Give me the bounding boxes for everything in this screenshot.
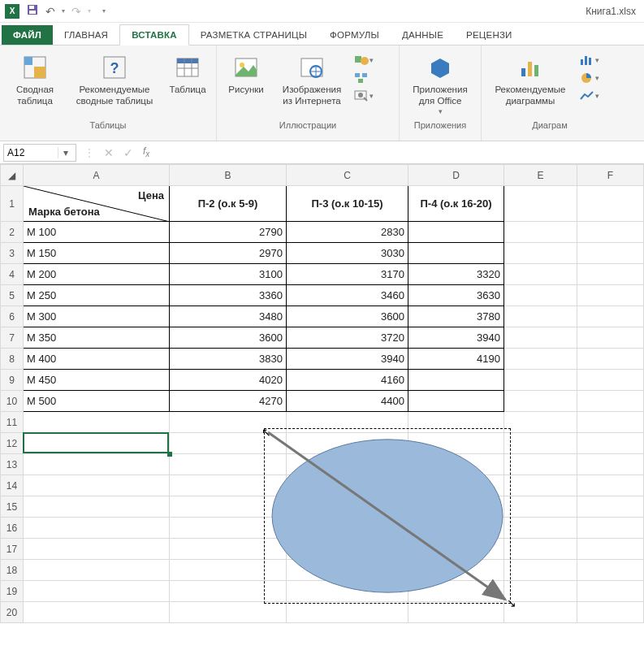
- worksheet-grid[interactable]: ◢ A B C D E F 1 Цена Марка бетона П-2 (о…: [0, 164, 644, 623]
- cell-D1[interactable]: П-4 (о.к 16-20): [408, 186, 504, 222]
- cell[interactable]: 3830: [170, 349, 287, 370]
- cell[interactable]: [504, 454, 577, 475]
- cell[interactable]: [24, 454, 170, 475]
- row-header[interactable]: 5: [1, 285, 24, 306]
- insert-function-icon[interactable]: fx: [138, 145, 154, 158]
- cell[interactable]: [504, 327, 577, 349]
- row-header[interactable]: 20: [1, 602, 24, 623]
- cell[interactable]: [504, 475, 577, 496]
- cell[interactable]: 3170: [287, 264, 408, 285]
- pivot-table-button[interactable]: Своднаятаблица: [5, 50, 65, 107]
- name-box[interactable]: ▾: [3, 144, 76, 162]
- row-header[interactable]: 8: [1, 349, 24, 370]
- cell[interactable]: [504, 433, 577, 454]
- cell-E1[interactable]: [504, 186, 577, 222]
- row-header[interactable]: 14: [1, 475, 24, 496]
- smartart-button[interactable]: [353, 72, 394, 84]
- row-header[interactable]: 15: [1, 496, 24, 518]
- cell[interactable]: 3720: [287, 327, 408, 349]
- cell[interactable]: [24, 539, 170, 560]
- cell[interactable]: [408, 370, 504, 391]
- cell[interactable]: [408, 222, 504, 243]
- cell[interactable]: 4400: [287, 391, 408, 412]
- cell[interactable]: 3360: [170, 285, 287, 306]
- cell-A1[interactable]: Цена Марка бетона: [24, 186, 170, 222]
- tab-home[interactable]: ГЛАВНАЯ: [53, 25, 119, 45]
- cell[interactable]: 3630: [408, 285, 504, 306]
- cell-F1[interactable]: [577, 186, 644, 222]
- cell[interactable]: 3480: [170, 306, 287, 327]
- cell[interactable]: [577, 560, 644, 581]
- tab-insert[interactable]: ВСТАВКА: [119, 24, 189, 46]
- row-header[interactable]: 9: [1, 370, 24, 391]
- cell[interactable]: [577, 602, 644, 623]
- cell[interactable]: [577, 391, 644, 412]
- cell[interactable]: [577, 412, 644, 433]
- row-header[interactable]: 16: [1, 518, 24, 539]
- cell[interactable]: [504, 349, 577, 370]
- cell[interactable]: 3030: [287, 243, 408, 264]
- cell[interactable]: М 250: [24, 285, 170, 306]
- row-header[interactable]: 10: [1, 391, 24, 412]
- tab-pagelayout[interactable]: РАЗМЕТКА СТРАНИЦЫ: [189, 25, 318, 45]
- cell[interactable]: [504, 306, 577, 327]
- row-header[interactable]: 19: [1, 581, 24, 602]
- enter-formula-icon[interactable]: ✓: [119, 146, 138, 159]
- row-header[interactable]: 12: [1, 433, 24, 454]
- cell[interactable]: 3460: [287, 285, 408, 306]
- tab-data[interactable]: ДАННЫЕ: [391, 25, 455, 45]
- cell[interactable]: [24, 518, 170, 539]
- cell[interactable]: [504, 243, 577, 264]
- cell[interactable]: [577, 433, 644, 454]
- cell[interactable]: [504, 518, 577, 539]
- cell[interactable]: [577, 370, 644, 391]
- cell[interactable]: [24, 412, 170, 433]
- screenshot-button[interactable]: ▾: [353, 89, 394, 102]
- cell[interactable]: 2790: [170, 222, 287, 243]
- cell[interactable]: 2970: [170, 243, 287, 264]
- cell-C1[interactable]: П-3 (о.к 10-15): [287, 186, 408, 222]
- tab-formulas[interactable]: ФОРМУЛЫ: [318, 25, 391, 45]
- cell[interactable]: [24, 602, 170, 623]
- cell[interactable]: [577, 518, 644, 539]
- row-header[interactable]: 6: [1, 306, 24, 327]
- cell[interactable]: [504, 222, 577, 243]
- cell[interactable]: [504, 391, 577, 412]
- shapes-button[interactable]: ▾: [353, 54, 394, 67]
- cell[interactable]: [577, 285, 644, 306]
- cell[interactable]: [577, 475, 644, 496]
- undo-icon[interactable]: ↶: [45, 5, 55, 18]
- cell[interactable]: [408, 243, 504, 264]
- cell[interactable]: 2830: [287, 222, 408, 243]
- tab-file[interactable]: ФАЙЛ: [2, 25, 53, 45]
- select-all-corner[interactable]: ◢: [1, 165, 24, 186]
- tab-review[interactable]: РЕЦЕНЗИ: [455, 25, 523, 45]
- cell[interactable]: [504, 560, 577, 581]
- formula-input[interactable]: [154, 147, 644, 158]
- col-header-E[interactable]: E: [504, 165, 577, 186]
- pie-chart-icon[interactable]: ▾: [579, 72, 613, 84]
- cell[interactable]: 3940: [287, 349, 408, 370]
- cell[interactable]: 4270: [170, 391, 287, 412]
- col-header-C[interactable]: C: [287, 165, 408, 186]
- row-header[interactable]: 2: [1, 222, 24, 243]
- cell[interactable]: [577, 496, 644, 518]
- bar-chart-icon[interactable]: ▾: [579, 54, 613, 67]
- redo-dropdown-icon[interactable]: ▾: [88, 7, 91, 15]
- cell[interactable]: [577, 243, 644, 264]
- name-box-dropdown-icon[interactable]: ▾: [58, 147, 72, 158]
- row-header[interactable]: 13: [1, 454, 24, 475]
- recommended-charts-button[interactable]: Рекомендуемыедиаграммы: [486, 50, 574, 107]
- cell[interactable]: [577, 264, 644, 285]
- row-header[interactable]: 7: [1, 327, 24, 349]
- cell[interactable]: [408, 602, 504, 623]
- cell-B1[interactable]: П-2 (о.к 5-9): [170, 186, 287, 222]
- undo-dropdown-icon[interactable]: ▾: [62, 7, 65, 15]
- pictures-button[interactable]: Рисунки: [222, 50, 270, 96]
- cell[interactable]: М 500: [24, 391, 170, 412]
- row-header[interactable]: 3: [1, 243, 24, 264]
- cell[interactable]: [504, 496, 577, 518]
- cell[interactable]: [577, 349, 644, 370]
- row-header[interactable]: 4: [1, 264, 24, 285]
- cell[interactable]: [504, 539, 577, 560]
